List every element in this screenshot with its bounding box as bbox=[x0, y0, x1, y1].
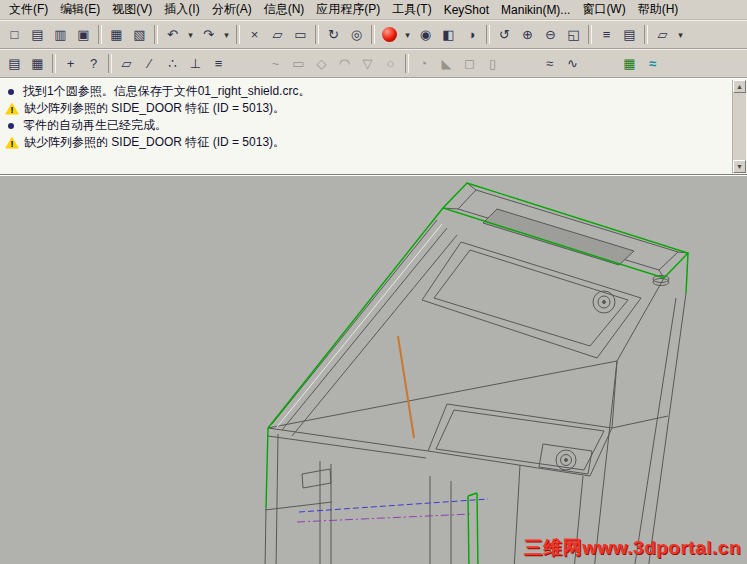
refit-icon[interactable]: ◱ bbox=[563, 24, 584, 45]
toolbar-separator bbox=[315, 25, 319, 44]
menu-applications[interactable]: 应用程序(P) bbox=[310, 0, 386, 19]
layers-icon[interactable]: ≡ bbox=[596, 24, 617, 45]
cut-icon[interactable]: × bbox=[244, 24, 265, 45]
sketch-tool-icon[interactable]: ~ bbox=[265, 53, 286, 74]
redraw-icon[interactable]: ↺ bbox=[494, 24, 515, 45]
find-icon[interactable]: ◎ bbox=[346, 24, 367, 45]
message-area: 找到1个圆参照。信息保存于文件01_right_shield.crc。!缺少阵列… bbox=[0, 78, 747, 175]
copy-icon[interactable]: ▱ bbox=[267, 24, 288, 45]
message-line: 零件的自动再生已经完成。 bbox=[5, 117, 731, 134]
toolbar-separator bbox=[371, 25, 375, 44]
info-dot-icon bbox=[8, 123, 14, 129]
datum-axis-icon[interactable]: ∕ bbox=[139, 53, 160, 74]
blend-tool-icon[interactable]: ▽ bbox=[357, 53, 378, 74]
menu-manikin[interactable]: Manikin(M)... bbox=[495, 2, 576, 18]
surface-waves-icon[interactable]: ≈ bbox=[642, 53, 663, 74]
zoom-out-icon[interactable]: ⊖ bbox=[540, 24, 561, 45]
model-grid-icon[interactable]: ▦ bbox=[27, 53, 48, 74]
feature-toolbar: ▤▦+?▱∕∴⊥≡~▭◇◠▽○◔◣◻▯≈∿▦≈ bbox=[0, 49, 747, 78]
menu-keyshot[interactable]: KeyShot bbox=[438, 2, 495, 18]
undo-icon[interactable]: ↶ bbox=[162, 24, 183, 45]
main-toolbar: □▤▥▣▦▧↶▾↷▾×▱▭↻◎▾◉◧◑↺⊕⊖◱≡▤▱▾ bbox=[0, 20, 747, 49]
warning-icon: ! bbox=[5, 137, 19, 149]
appearance-dropdown-icon[interactable]: ▾ bbox=[402, 24, 413, 45]
toolbar-separator bbox=[486, 25, 490, 44]
toolbar-gap bbox=[584, 63, 618, 64]
message-line: 找到1个圆参照。信息保存于文件01_right_shield.crc。 bbox=[5, 83, 731, 100]
toolbar-separator bbox=[405, 54, 409, 73]
message-text: 零件的自动再生已经完成。 bbox=[23, 117, 167, 134]
hidden-line-icon[interactable]: ◧ bbox=[438, 24, 459, 45]
round-tool-icon[interactable]: ◔ bbox=[413, 53, 434, 74]
paste-icon[interactable]: ▭ bbox=[290, 24, 311, 45]
print-icon[interactable]: ▦ bbox=[106, 24, 127, 45]
shell-tool-icon[interactable]: ◻ bbox=[459, 53, 480, 74]
open-session-icon[interactable]: ▥ bbox=[50, 24, 71, 45]
warp-tool-icon[interactable]: ∿ bbox=[562, 53, 583, 74]
regenerate-icon[interactable]: ↻ bbox=[323, 24, 344, 45]
scroll-down-icon[interactable]: ▼ bbox=[733, 160, 746, 173]
message-lines: 找到1个圆参照。信息保存于文件01_right_shield.crc。!缺少阵列… bbox=[5, 83, 731, 151]
datum-plane-icon[interactable]: ▱ bbox=[116, 53, 137, 74]
annotate-icon[interactable]: ▱ bbox=[652, 24, 673, 45]
scroll-up-icon[interactable]: ▲ bbox=[733, 80, 746, 93]
graphics-viewport[interactable]: 三维网www.3dportal.cn bbox=[0, 175, 747, 564]
menu-edit[interactable]: 编辑(E) bbox=[54, 0, 106, 19]
toolbar-separator bbox=[644, 25, 648, 44]
warning-icon: ! bbox=[5, 103, 19, 115]
toolbar-gap bbox=[504, 63, 538, 64]
view-manager-icon[interactable]: ▤ bbox=[619, 24, 640, 45]
hole-tool-icon[interactable]: ○ bbox=[380, 53, 401, 74]
site-watermark: 三维网www.3dportal.cn bbox=[524, 535, 741, 561]
saved-views-dropdown-icon[interactable]: ▾ bbox=[675, 24, 686, 45]
shading-icon[interactable]: ◑ bbox=[461, 24, 482, 45]
search-book-icon[interactable]: ▤ bbox=[4, 53, 25, 74]
rib-tool-icon[interactable]: ▯ bbox=[482, 53, 503, 74]
message-line: !缺少阵列参照的 SIDE_DOOR 特征 (ID = 5013)。 bbox=[5, 134, 731, 151]
wireframe-model[interactable] bbox=[0, 176, 747, 564]
pan-hand-icon[interactable]: + bbox=[60, 53, 81, 74]
menu-window[interactable]: 窗口(W) bbox=[576, 0, 631, 19]
menu-file[interactable]: 文件(F) bbox=[3, 0, 54, 19]
info-dot-icon bbox=[8, 89, 14, 95]
menu-analysis[interactable]: 分析(A) bbox=[206, 0, 258, 19]
message-text: 找到1个圆参照。信息保存于文件01_right_shield.crc。 bbox=[23, 83, 310, 100]
sheet-table-icon[interactable]: ▦ bbox=[619, 53, 640, 74]
menu-bar: 文件(F)编辑(E)视图(V)插入(I)分析(A)信息(N)应用程序(P)工具(… bbox=[0, 0, 747, 20]
toolbar-separator bbox=[588, 25, 592, 44]
toolbar-gap bbox=[230, 63, 264, 64]
menu-tools[interactable]: 工具(T) bbox=[386, 0, 437, 19]
redo-icon[interactable]: ↷ bbox=[198, 24, 219, 45]
view-eye-icon[interactable]: ◉ bbox=[415, 24, 436, 45]
chamfer-tool-icon[interactable]: ◣ bbox=[436, 53, 457, 74]
datum-csys-icon[interactable]: ⊥ bbox=[185, 53, 206, 74]
redo-dropdown-icon[interactable]: ▾ bbox=[221, 24, 232, 45]
layer-stack-icon[interactable]: ≡ bbox=[208, 53, 229, 74]
cad-application-window: 文件(F)编辑(E)视图(V)插入(I)分析(A)信息(N)应用程序(P)工具(… bbox=[0, 0, 747, 564]
new-file-icon[interactable]: □ bbox=[4, 24, 25, 45]
extrude-tool-icon[interactable]: ▭ bbox=[288, 53, 309, 74]
menu-info[interactable]: 信息(N) bbox=[258, 0, 311, 19]
toolbar-separator bbox=[236, 25, 240, 44]
undo-dropdown-icon[interactable]: ▾ bbox=[185, 24, 196, 45]
save-icon[interactable]: ▣ bbox=[73, 24, 94, 45]
menu-view[interactable]: 视图(V) bbox=[106, 0, 158, 19]
toolbar-separator bbox=[52, 54, 56, 73]
zoom-in-icon[interactable]: ⊕ bbox=[517, 24, 538, 45]
message-text: 缺少阵列参照的 SIDE_DOOR 特征 (ID = 5013)。 bbox=[24, 134, 285, 151]
message-line: !缺少阵列参照的 SIDE_DOOR 特征 (ID = 5013)。 bbox=[5, 100, 731, 117]
sweep-tool-icon[interactable]: ◠ bbox=[334, 53, 355, 74]
style-surface-icon[interactable]: ≈ bbox=[539, 53, 560, 74]
toolbar-separator bbox=[154, 25, 158, 44]
toolbar-separator bbox=[108, 54, 112, 73]
message-scrollbar[interactable]: ▲ ▼ bbox=[732, 80, 746, 173]
print-preview-icon[interactable]: ▧ bbox=[129, 24, 150, 45]
menu-insert[interactable]: 插入(I) bbox=[158, 0, 205, 19]
revolve-tool-icon[interactable]: ◇ bbox=[311, 53, 332, 74]
datum-point-icon[interactable]: ∴ bbox=[162, 53, 183, 74]
context-help-icon[interactable]: ? bbox=[83, 53, 104, 74]
menu-help[interactable]: 帮助(H) bbox=[632, 0, 685, 19]
message-text: 缺少阵列参照的 SIDE_DOOR 特征 (ID = 5013)。 bbox=[24, 100, 285, 117]
open-file-icon[interactable]: ▤ bbox=[27, 24, 48, 45]
appearance-sphere-icon[interactable] bbox=[379, 24, 400, 45]
